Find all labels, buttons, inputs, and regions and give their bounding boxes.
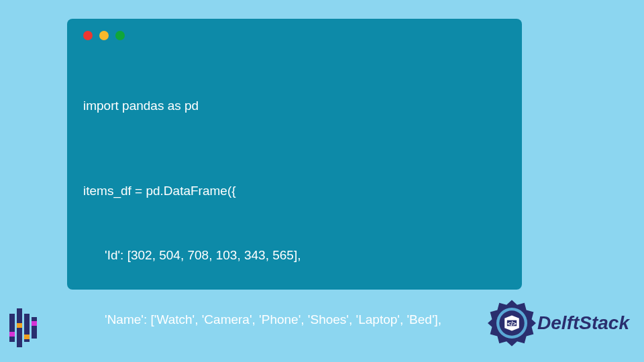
bars-icon xyxy=(9,307,44,349)
code-line: 'Id': [302, 504, 708, 103, 343, 565], xyxy=(83,245,506,266)
close-icon xyxy=(83,31,93,40)
minimize-icon xyxy=(99,31,109,40)
code-line: import pandas as pd xyxy=(83,95,506,117)
bar xyxy=(24,314,30,342)
code-content: import pandas as pd items_df = pd.DataFr… xyxy=(83,52,506,362)
code-line: items_df = pd.DataFrame({ xyxy=(83,180,506,202)
code-window: import pandas as pd items_df = pd.DataFr… xyxy=(67,19,522,290)
window-controls xyxy=(83,31,506,40)
brand-logo: </> DelftStack xyxy=(488,299,629,347)
bar xyxy=(32,317,37,339)
maximize-icon xyxy=(115,31,125,40)
brand-name: DelftStack xyxy=(537,312,629,334)
svg-text:</>: </> xyxy=(507,320,517,327)
gear-badge-icon: </> xyxy=(488,299,536,347)
code-line: 'Name': ['Watch', 'Camera', 'Phone', 'Sh… xyxy=(83,309,506,330)
bar xyxy=(17,308,22,347)
bar xyxy=(9,314,15,342)
